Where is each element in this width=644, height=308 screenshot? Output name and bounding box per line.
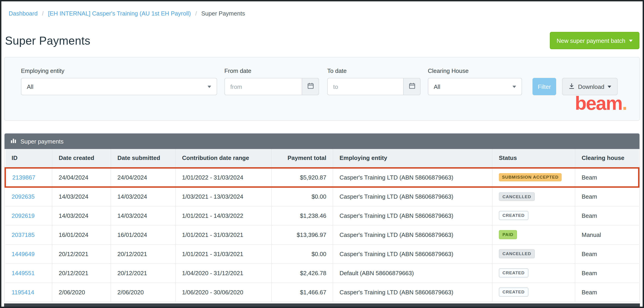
from-date-calendar-button[interactable] (302, 78, 319, 95)
table-row[interactable]: 2037185 16/01/2024 16/01/2024 1/01/2021 … (5, 225, 639, 244)
contribution-date-range-cell: 1/01/2021 - 31/03/2021 (176, 244, 272, 263)
table-row[interactable]: 2092635 14/03/2024 14/03/2024 1/03/2021 … (5, 187, 639, 206)
column-header-status: Status (492, 149, 575, 168)
breadcrumb-current: Super Payments (201, 10, 245, 17)
date-created-cell: 14/03/2024 (52, 206, 111, 225)
clearing-house-label: Clearing House (428, 68, 522, 74)
table-row[interactable]: 1195414 2/06/2020 2/06/2020 1/06/2020 - … (5, 282, 639, 302)
super-payments-table: ID Date created Date submitted Contribut… (4, 149, 640, 302)
new-super-payment-batch-label: New super payment batch (556, 37, 625, 44)
to-date-calendar-button[interactable] (403, 78, 420, 95)
id-cell: 1449551 (5, 263, 52, 282)
calendar-icon (307, 83, 314, 91)
to-date-group (327, 78, 420, 95)
payment-id-link[interactable]: 2037185 (12, 231, 34, 238)
clearing-house-cell: Beam (575, 263, 639, 282)
status-badge: PAID (499, 230, 517, 239)
clearing-house-cell: Beam (575, 244, 639, 263)
status-cell: PAID (492, 225, 575, 244)
date-submitted-cell: 2/06/2020 (111, 282, 176, 302)
table-row[interactable]: 2139867 24/04/2024 24/04/2024 1/01/2022 … (5, 168, 639, 187)
date-submitted-cell: 14/03/2024 (111, 187, 176, 206)
page-header: Super Payments New super payment batch (5, 32, 640, 49)
status-badge: CREATED (499, 211, 528, 220)
payment-total-cell: $0.00 (272, 244, 333, 263)
date-submitted-cell: 16/01/2024 (111, 225, 176, 244)
status-cell: CREATED (492, 263, 575, 282)
id-cell: 2092635 (5, 187, 52, 206)
date-created-cell: 20/12/2021 (52, 244, 111, 263)
contribution-date-range-cell: 1/03/2021 - 13/03/2024 (176, 187, 272, 206)
employing-entity-select[interactable]: All (21, 78, 217, 95)
payment-total-cell: $0.00 (272, 187, 333, 206)
from-date-input[interactable] (224, 78, 302, 95)
from-date-group (224, 78, 319, 95)
status-badge: CREATED (499, 288, 528, 296)
panel-header: Super payments (4, 134, 640, 149)
payment-id-link[interactable]: 1449551 (12, 269, 34, 276)
status-cell: CREATED (492, 282, 575, 302)
contribution-date-range-cell: 1/01/2021 - 14/03/2022 (176, 206, 272, 225)
employing-entity-cell: Casper's Training LTD (ABN 58606879663) (333, 244, 492, 263)
bar-chart-icon (10, 138, 16, 145)
date-submitted-cell: 14/03/2024 (111, 206, 176, 225)
breadcrumb-org-link[interactable]: [EH INTERNAL] Casper's Training (AU 1st … (48, 10, 191, 17)
employing-entity-cell: Default (ABN 58606879663) (333, 263, 492, 282)
employing-entity-cell: Casper's Training LTD (ABN 58606879663) (333, 187, 492, 206)
download-icon (568, 83, 575, 90)
payment-id-link[interactable]: 2139867 (12, 174, 35, 181)
column-header-id: ID (5, 149, 52, 168)
breadcrumb-separator: / (195, 10, 197, 17)
status-badge: CREATED (499, 268, 528, 277)
employing-entity-label: Employing entity (21, 68, 217, 74)
panel-title: Super payments (20, 138, 64, 145)
to-date-input[interactable] (327, 78, 403, 95)
chevron-down-icon (608, 85, 611, 88)
chevron-down-icon (512, 85, 516, 88)
date-created-cell: 14/03/2024 (52, 187, 111, 206)
date-submitted-cell: 24/04/2024 (111, 168, 176, 187)
clearing-house-cell: Beam (575, 168, 639, 187)
calendar-icon (408, 83, 415, 91)
date-submitted-cell: 20/12/2021 (111, 263, 176, 282)
filter-panel: Employing entity All From date (4, 57, 640, 121)
table-body: 2139867 24/04/2024 24/04/2024 1/01/2022 … (5, 168, 639, 302)
date-created-cell: 24/04/2024 (52, 168, 111, 187)
column-header-clearing-house: Clearing house (575, 149, 639, 168)
clearing-house-select[interactable]: All (428, 78, 522, 95)
employing-entity-cell: Casper's Training LTD (ABN 58606879663) (333, 206, 492, 225)
column-header-contribution-date-range: Contribution date range (176, 149, 272, 168)
table-row[interactable]: 1449649 20/12/2021 20/12/2021 1/01/2021 … (5, 244, 639, 263)
filter-row: Employing entity All From date (21, 68, 623, 95)
filter-button[interactable]: Filter (532, 78, 556, 95)
table-row[interactable]: 2092619 14/03/2024 14/03/2024 1/01/2021 … (5, 206, 639, 225)
column-header-date-created: Date created (52, 149, 111, 168)
payment-id-link[interactable]: 1449649 (12, 250, 34, 257)
payment-id-link[interactable]: 2092619 (12, 212, 34, 219)
date-created-cell: 16/01/2024 (52, 225, 111, 244)
new-super-payment-batch-button[interactable]: New super payment batch (550, 32, 640, 49)
breadcrumb: Dashboard / [EH INTERNAL] Casper's Train… (9, 10, 643, 17)
payment-id-link[interactable]: 1195414 (12, 289, 34, 295)
table-row[interactable]: 1449551 20/12/2021 20/12/2021 1/04/2020 … (5, 263, 639, 282)
super-payments-page: Dashboard / [EH INTERNAL] Casper's Train… (0, 0, 644, 308)
payment-id-link[interactable]: 2092635 (12, 193, 34, 200)
column-header-payment-total: Payment total (272, 149, 333, 168)
chevron-down-icon (629, 40, 632, 42)
status-cell: CANCELLED (492, 187, 575, 206)
beam-logo-dot: . (622, 93, 627, 114)
column-header-date-submitted: Date submitted (111, 149, 176, 168)
chevron-down-icon (208, 85, 211, 88)
super-payments-table-panel: Super payments ID Date created Date subm… (4, 133, 640, 302)
from-date-filter: From date (224, 68, 319, 95)
status-cell: CREATED (492, 206, 575, 225)
contribution-date-range-cell: 1/01/2021 - 31/03/2021 (176, 225, 272, 244)
clearing-house-cell: Manual (575, 225, 639, 244)
id-cell: 2139867 (5, 168, 52, 187)
payment-total-cell: $2,426.78 (272, 263, 333, 282)
breadcrumb-dashboard-link[interactable]: Dashboard (9, 10, 38, 17)
status-badge: CANCELLED (499, 192, 535, 201)
table-header-row: ID Date created Date submitted Contribut… (5, 149, 639, 168)
to-date-filter: To date (327, 68, 420, 95)
date-submitted-cell: 20/12/2021 (111, 244, 176, 263)
